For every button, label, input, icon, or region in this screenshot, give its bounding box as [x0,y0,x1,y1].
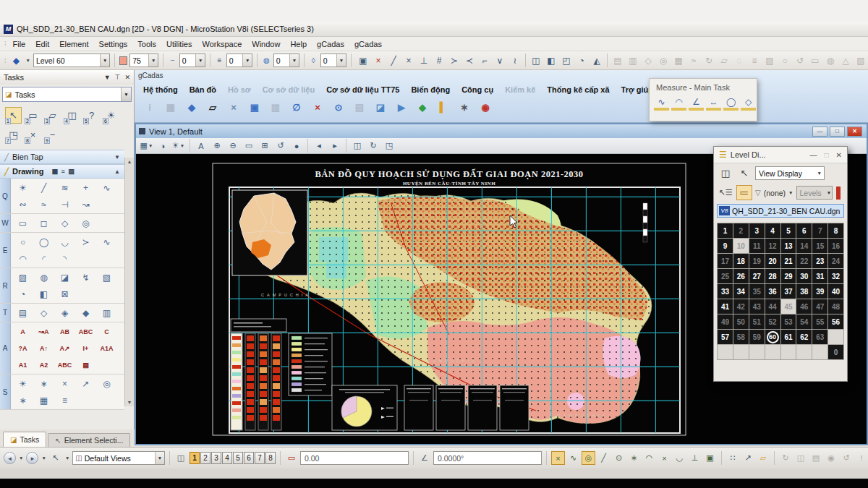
drawing-tool-icon-r1[interactable]: ◍ [33,269,54,286]
measure-angle-icon[interactable]: ∠ [689,96,704,111]
level-cell-5[interactable]: 5 [781,223,796,238]
drawing-tool-icon-e4[interactable]: ∿ [96,234,117,250]
level-cell-20[interactable]: 20 [765,254,780,268]
angle-field[interactable]: 0.0000° [433,451,542,465]
clip-volume-icon[interactable]: ◳ [382,140,396,153]
drawing-tool-icon-a8[interactable]: I+ [75,340,96,356]
nearest-snap-icon[interactable]: ∿ [566,451,580,465]
adjust-view-icon[interactable]: ◑ [156,140,170,153]
change-level-pointer-icon[interactable]: ↖ [736,166,752,181]
gcadas-menu-biến-động[interactable]: Biến động [405,84,456,95]
minimize-icon[interactable]: — [810,151,817,159]
level-cell-6[interactable]: 6 [796,223,812,238]
drawing-tool-icon-t1[interactable]: ◇ [33,304,54,321]
drawing-tool-icon-s0[interactable]: ☀ [12,375,33,392]
crosshatch-icon[interactable]: # [432,53,446,68]
columns-icon[interactable]: ▍ [437,100,450,114]
level-cell-40[interactable]: 40 [828,284,843,299]
drawing-tool-icon-w3[interactable]: ◎ [75,215,96,231]
level-cell-27[interactable]: 27 [749,269,765,283]
drawing-tool-icon-a13[interactable]: ▤ [75,356,96,373]
level-cell-34[interactable]: 34 [733,284,749,299]
back-button[interactable]: ◂ [4,452,16,464]
drawing-tool-icon-e1[interactable]: ◯ [33,234,54,250]
open-folder-icon[interactable]: ▱ [757,452,770,465]
main-tool-8[interactable]: ×8 [25,127,41,143]
drawing-tool-icon-q7[interactable]: ⊣ [54,196,75,213]
measure-length-icon[interactable]: ↔ [706,96,721,111]
drawing-tool-icon-a5[interactable]: ?A [12,340,33,356]
close-icon[interactable]: ✕ [124,74,130,81]
drawing-tool-icon-a11[interactable]: A2 [33,356,54,373]
drawing-tool-icon-e5[interactable]: ◠ [12,250,33,267]
level-cell-13[interactable]: 13 [781,239,796,253]
element-class-combo[interactable]: 0 ▼ [273,53,299,67]
scroll-down-icon[interactable]: ▼ [127,400,132,405]
drawing-tool-icon-q2[interactable]: ≋ [54,179,75,196]
view-title-bar[interactable]: View 1, Default — □ ✕ [136,124,867,138]
point-on-snap-icon[interactable]: ▣ [703,451,717,465]
tab-tasks[interactable]: ◪ Tasks [3,432,46,447]
level-cell-62[interactable]: 62 [796,330,812,344]
level-cell-7[interactable]: 7 [812,223,827,238]
chevron-down-icon[interactable]: ▼ [195,54,205,67]
drawing-tool-icon-w1[interactable]: ◻ [33,215,54,231]
level-display-title-bar[interactable]: ☰ Level Di... — □ ✕ [714,147,847,163]
scroll-up-icon[interactable]: ▲ [127,159,132,164]
main-tool-3[interactable]: ▱3 [44,107,61,124]
tasks-scrollbar[interactable]: ▲ ▼ [124,158,134,406]
chevron-down-icon[interactable]: ▼ [104,74,111,81]
break-element-right-icon[interactable]: ≻ [447,53,461,68]
break-element-left-icon[interactable]: ≺ [462,53,477,68]
level-cell-0[interactable]: 0 [828,345,843,359]
level-cell-18[interactable]: 18 [733,254,749,268]
chamfer-icon[interactable]: ∨ [493,53,507,68]
pin-icon[interactable]: ⊤ [115,74,121,81]
section-bien-tap[interactable]: ╱ Bien Tap ▼ [0,150,124,164]
main-tool-4[interactable]: ◫4 [64,107,80,124]
menu-file-0[interactable]: File [8,38,31,50]
level-cell-59[interactable]: 59 [749,330,765,344]
drop-element-icon[interactable]: ╱ [386,53,401,68]
hide-feature-icon[interactable]: ∅ [290,100,303,114]
level-cell-42[interactable]: 42 [733,299,749,314]
drawing-tool-icon-t4[interactable]: ▥ [96,304,117,321]
chevron-down-icon[interactable]: ▼ [100,54,109,67]
menu-element-2[interactable]: Element [54,38,93,50]
chevron-down-icon[interactable]: ▼ [41,455,46,461]
chevron-down-icon[interactable]: ▼ [155,452,164,464]
main-tool-6[interactable]: ☀6 [103,107,119,124]
menu-gcadas-10[interactable]: gCadas [349,38,387,50]
drawing-tool-icon-r7[interactable]: ⊠ [54,286,75,302]
view-attributes-icon[interactable]: ▦▼ [140,140,154,153]
level-cell-26[interactable]: 26 [733,269,749,283]
main-tool-1[interactable]: ↖1 [5,107,22,124]
level-cell-9[interactable]: 9 [718,239,733,253]
main-tool-7[interactable]: ◳7 [5,127,22,143]
drawing-tool-icon-q1[interactable]: ╱ [33,179,54,196]
pan-view-icon[interactable]: ● [289,140,304,153]
export-icon[interactable]: ▶ [395,100,408,114]
drawing-tool-icon-w2[interactable]: ◇ [54,215,75,231]
level-cell-1[interactable]: 1 [718,223,733,238]
level-cell-51[interactable]: 51 [749,314,765,329]
drawing-tool-icon-a10[interactable]: A1 [12,356,33,373]
level-cell-24[interactable]: 24 [828,254,843,268]
drawing-tool-icon-a7[interactable]: A↗ [54,340,75,356]
active-color-swatch[interactable] [119,56,127,65]
active-element-tool-icon[interactable]: ◆ [10,53,23,68]
level-cell-29[interactable]: 29 [781,269,796,283]
level-cell-54[interactable]: 54 [796,314,812,329]
level-cell-25[interactable]: 25 [718,269,733,283]
chevron-down-icon[interactable]: ▼ [289,54,299,67]
drawing-tool-icon-t3[interactable]: ◆ [75,304,96,321]
drawing-tool-icon-q0[interactable]: ☀ [12,179,33,196]
drawing-tool-icon-a2[interactable]: AB [54,323,75,340]
copy-element-icon[interactable]: ◫ [529,53,543,68]
tangent-snap-icon[interactable]: ◡ [673,451,686,465]
drawing-tool-icon-a1[interactable]: ↝A [33,323,54,340]
main-tool-9[interactable]: −9 [44,127,61,143]
level-cell-10[interactable]: 10 [733,239,749,253]
level-cell-37[interactable]: 37 [781,284,796,299]
view-brightness-icon[interactable]: ☀▼ [171,140,186,153]
